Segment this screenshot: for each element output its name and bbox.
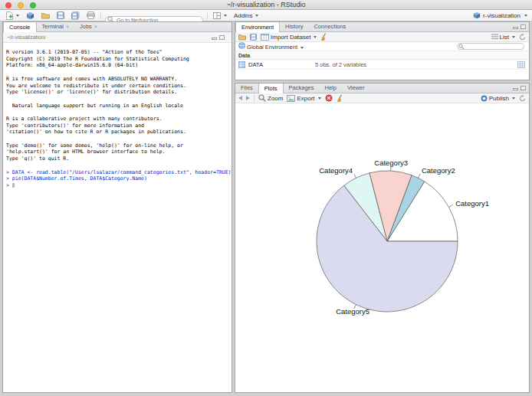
maximize-pane-icon[interactable] bbox=[219, 35, 225, 40]
environment-scope-dropdown[interactable]: Global Environment bbox=[238, 42, 304, 51]
chevron-down-icon bbox=[318, 97, 321, 100]
tab-plots-label: Plots bbox=[264, 84, 277, 93]
tab-jobs[interactable]: Jobs × bbox=[74, 22, 103, 31]
addins-button[interactable]: Addins bbox=[232, 11, 260, 21]
environment-toolbar-right: List bbox=[491, 34, 526, 41]
tab-history[interactable]: History bbox=[280, 22, 308, 31]
pie-chart: Category1Category2Category3Category4Cate… bbox=[235, 103, 529, 392]
chevron-down-icon bbox=[314, 36, 317, 38]
console-line: Copyright (C) 2019 The R Foundation for … bbox=[6, 56, 230, 63]
plots-toolbar: Zoom Export Publish bbox=[235, 93, 529, 103]
publish-icon bbox=[481, 95, 488, 102]
console-output[interactable]: R version 3.6.1 (2019-07-05) -- "Action … bbox=[3, 43, 232, 383]
plot-area: Category1Category2Category3Category4Cate… bbox=[235, 103, 529, 392]
tab-terminal[interactable]: Terminal × bbox=[37, 22, 74, 31]
environment-tabbar: Environment History Connections bbox=[235, 22, 529, 32]
tab-viewer[interactable]: Viewer bbox=[342, 83, 370, 93]
list-view-button[interactable]: List bbox=[491, 34, 515, 41]
import-table-icon bbox=[261, 34, 269, 41]
tab-plots[interactable]: Plots bbox=[258, 83, 284, 93]
environment-pane-buttons bbox=[513, 22, 529, 31]
environment-search[interactable] bbox=[457, 43, 524, 50]
workspace-panes-button[interactable] bbox=[212, 11, 228, 21]
console-line bbox=[6, 96, 230, 103]
plots-tabbar: Files Plots Packages Help Viewer bbox=[235, 83, 529, 93]
tab-files[interactable]: Files bbox=[235, 83, 258, 93]
next-plot-button[interactable] bbox=[246, 96, 250, 100]
clear-environment-button[interactable] bbox=[320, 33, 328, 41]
tab-connections[interactable]: Connections bbox=[308, 22, 351, 31]
broom-icon bbox=[337, 94, 344, 102]
search-icon bbox=[458, 44, 465, 51]
refresh-plot-button[interactable] bbox=[519, 95, 526, 102]
maximize-pane-icon[interactable] bbox=[521, 86, 526, 90]
close-icon[interactable]: × bbox=[94, 22, 97, 31]
previous-plot-button[interactable] bbox=[238, 96, 242, 100]
tab-help[interactable]: Help bbox=[319, 83, 341, 93]
console-line: You are welcome to redistribute it under… bbox=[6, 83, 230, 90]
open-file-button[interactable] bbox=[40, 11, 51, 21]
list-view-label: List bbox=[500, 34, 509, 41]
clear-all-plots-button[interactable] bbox=[337, 94, 344, 102]
load-workspace-button[interactable] bbox=[238, 34, 246, 41]
environment-toolbar: Import Dataset List bbox=[235, 32, 529, 42]
console-line bbox=[6, 109, 230, 116]
data-section-label: Data bbox=[238, 53, 250, 58]
zoom-window-button[interactable] bbox=[30, 2, 36, 8]
chevron-down-icon bbox=[512, 97, 515, 100]
print-button[interactable] bbox=[85, 11, 97, 21]
console-line bbox=[6, 136, 230, 142]
export-button[interactable]: Export bbox=[287, 95, 320, 102]
publish-button[interactable]: Publish bbox=[481, 95, 515, 102]
plots-pane: Files Plots Packages Help Viewer bbox=[235, 83, 530, 393]
console-line: Type 'demo()' for some demos, 'help()' f… bbox=[6, 142, 230, 149]
minimize-window-button[interactable] bbox=[18, 2, 24, 8]
toolbar-separator bbox=[254, 95, 255, 102]
print-icon bbox=[87, 11, 95, 19]
delete-circle-icon bbox=[325, 94, 333, 102]
save-button[interactable] bbox=[55, 11, 66, 21]
project-cube-icon bbox=[473, 11, 481, 19]
view-data-button[interactable] bbox=[517, 61, 525, 70]
tab-packages[interactable]: Packages bbox=[284, 83, 320, 93]
console-line bbox=[6, 69, 230, 76]
window-title: ~/r-visualization - RStudio bbox=[0, 0, 532, 9]
new-file-button[interactable] bbox=[5, 11, 21, 21]
environment-search-input[interactable] bbox=[457, 43, 524, 50]
zoom-button[interactable]: Zoom bbox=[258, 94, 283, 102]
dataframe-icon bbox=[238, 61, 245, 68]
tab-environment-label: Environment bbox=[241, 23, 274, 32]
tab-console[interactable]: Console bbox=[3, 22, 37, 32]
close-window-button[interactable] bbox=[5, 2, 11, 8]
goto-file-search[interactable] bbox=[105, 11, 203, 20]
refresh-icon bbox=[519, 95, 526, 102]
project-selector[interactable]: r-visualization bbox=[473, 11, 527, 19]
tab-console-label: Console bbox=[9, 23, 31, 32]
chevron-down-icon bbox=[300, 47, 304, 49]
save-all-button[interactable] bbox=[70, 11, 81, 21]
new-file-icon bbox=[6, 11, 13, 20]
maximize-pane-icon[interactable] bbox=[521, 25, 526, 29]
minimize-pane-icon[interactable] bbox=[513, 27, 518, 29]
close-icon[interactable]: × bbox=[66, 22, 69, 31]
traffic-lights bbox=[5, 2, 36, 8]
minimize-pane-icon[interactable] bbox=[513, 88, 518, 90]
save-workspace-button[interactable] bbox=[250, 34, 257, 41]
new-project-button[interactable] bbox=[25, 11, 36, 21]
arrow-right-icon bbox=[246, 96, 250, 100]
environment-scope-row: Global Environment bbox=[235, 42, 529, 51]
open-folder-icon bbox=[238, 34, 246, 41]
tab-terminal-label: Terminal bbox=[42, 22, 64, 31]
toolbar-separator bbox=[207, 12, 208, 19]
minimize-pane-icon[interactable] bbox=[212, 38, 217, 40]
console-line: Type 'license()' or 'licence()' for dist… bbox=[6, 89, 230, 96]
import-dataset-button[interactable]: Import Dataset bbox=[261, 34, 317, 41]
chevron-down-icon bbox=[255, 15, 258, 17]
chevron-down-icon bbox=[16, 15, 19, 17]
remove-plot-button[interactable] bbox=[325, 94, 333, 102]
environment-object-row[interactable]: DATA 5 obs. of 2 variables bbox=[235, 60, 529, 70]
refresh-environment-button[interactable] bbox=[519, 34, 526, 41]
chevron-down-icon bbox=[224, 15, 227, 17]
tab-environment[interactable]: Environment bbox=[235, 22, 280, 32]
addins-label: Addins bbox=[234, 12, 252, 19]
